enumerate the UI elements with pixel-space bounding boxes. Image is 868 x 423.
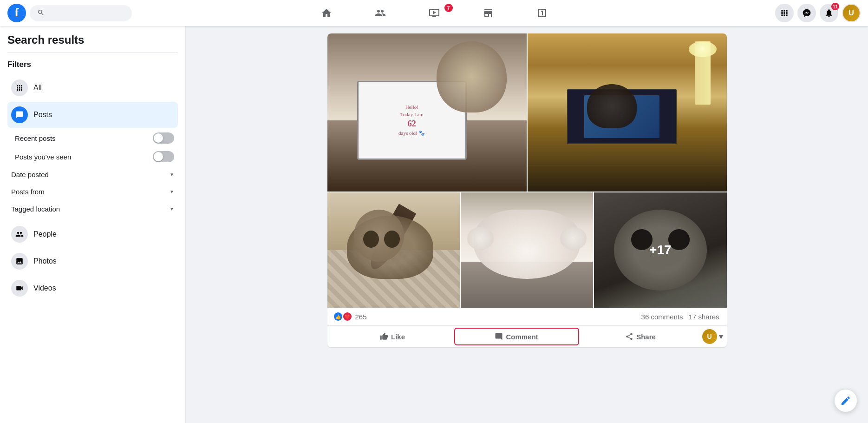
messenger-icon bbox=[802, 8, 811, 18]
photo-more-count: +17 bbox=[649, 243, 672, 258]
menu-button[interactable] bbox=[775, 4, 794, 22]
chevron-down-icon[interactable]: ▾ bbox=[719, 331, 723, 342]
post-card: Hello! Today I am 62 days old! 🐾 bbox=[327, 33, 727, 347]
home-icon bbox=[321, 7, 332, 19]
love-reaction-icon: ❤️ bbox=[343, 312, 352, 321]
like-icon bbox=[380, 332, 388, 341]
friends-nav-button[interactable] bbox=[354, 2, 406, 24]
share-button[interactable]: Share bbox=[579, 329, 702, 344]
filter-posts[interactable]: Posts bbox=[7, 102, 178, 128]
filters-label: Filters bbox=[7, 60, 178, 69]
share-icon bbox=[625, 332, 633, 341]
pages-nav-button[interactable] bbox=[516, 2, 568, 24]
comment-button-label: Comment bbox=[506, 333, 538, 341]
tagged-location-chevron: ▼ bbox=[170, 206, 174, 212]
nav-right: 11 U bbox=[731, 4, 861, 22]
filter-people[interactable]: People bbox=[7, 221, 178, 247]
watch-icon bbox=[429, 7, 440, 19]
posts-from-filter[interactable]: Posts from ▼ bbox=[7, 183, 178, 200]
photo-cell-5[interactable]: +17 bbox=[594, 192, 726, 308]
photo-cell-4[interactable] bbox=[461, 192, 593, 308]
posts-seen-label: Posts you've seen bbox=[15, 153, 71, 161]
sidebar: Search results Filters All Posts Recent … bbox=[0, 26, 186, 423]
messenger-button[interactable] bbox=[797, 4, 816, 22]
fb-logo-letter: f bbox=[15, 7, 19, 19]
tagged-location-label: Tagged location bbox=[11, 205, 60, 213]
recent-posts-toggle[interactable] bbox=[153, 132, 174, 144]
top-navigation: f cat photos 7 bbox=[0, 0, 868, 26]
filter-photos[interactable]: Photos bbox=[7, 248, 178, 274]
photo-cell-1[interactable]: Hello! Today I am 62 days old! 🐾 bbox=[327, 33, 527, 192]
post-stats: 👍 ❤️ 265 36 comments 17 shares bbox=[327, 308, 727, 326]
all-filter-label: All bbox=[33, 84, 42, 92]
sidebar-title: Search results bbox=[7, 33, 178, 46]
filter-all[interactable]: All bbox=[7, 75, 178, 101]
watch-nav-button[interactable]: 7 bbox=[408, 2, 460, 24]
photo-more-overlay[interactable]: +17 bbox=[594, 192, 726, 308]
marketplace-nav-button[interactable] bbox=[462, 2, 514, 24]
search-input[interactable]: cat photos bbox=[48, 9, 123, 17]
post-action-avatar: U bbox=[702, 329, 717, 344]
recent-posts-label: Recent posts bbox=[15, 134, 56, 142]
videos-filter-icon bbox=[11, 280, 28, 297]
posts-from-label: Posts from bbox=[11, 188, 45, 196]
home-nav-button[interactable] bbox=[300, 2, 352, 24]
photo-grid-top: Hello! Today I am 62 days old! 🐾 bbox=[327, 33, 727, 192]
reaction-count: 265 bbox=[355, 313, 367, 321]
comment-button[interactable]: Comment bbox=[454, 328, 579, 345]
notification-badge: 11 bbox=[831, 3, 839, 10]
tagged-location-filter[interactable]: Tagged location ▼ bbox=[7, 200, 178, 218]
videos-icon bbox=[15, 284, 24, 292]
people-icon bbox=[15, 230, 24, 238]
pages-icon bbox=[536, 7, 548, 19]
compose-icon bbox=[840, 395, 851, 406]
posts-filter-icon bbox=[11, 106, 28, 123]
all-filter-icon bbox=[11, 79, 28, 96]
recent-posts-filter[interactable]: Recent posts bbox=[7, 129, 178, 147]
filter-videos[interactable]: Videos bbox=[7, 275, 178, 301]
share-button-label: Share bbox=[636, 333, 656, 341]
page-layout: Search results Filters All Posts Recent … bbox=[0, 26, 868, 423]
photo-cell-3[interactable] bbox=[327, 192, 460, 308]
nav-center: 7 bbox=[137, 2, 731, 24]
date-posted-filter[interactable]: Date posted ▼ bbox=[7, 166, 178, 183]
like-button-label: Like bbox=[391, 333, 405, 341]
photos-filter-icon bbox=[11, 253, 28, 270]
reactions: 👍 ❤️ 265 bbox=[335, 312, 367, 321]
notifications-button[interactable]: 11 bbox=[820, 4, 838, 22]
post-actions: Like Comment Share U ▾ bbox=[327, 326, 727, 347]
photo-cell-2[interactable]: 👤 bbox=[528, 33, 727, 192]
comment-icon bbox=[495, 332, 503, 341]
posts-icon bbox=[15, 111, 24, 119]
friends-icon bbox=[375, 7, 386, 19]
facebook-logo[interactable]: f bbox=[7, 4, 26, 22]
like-reaction-icon: 👍 bbox=[334, 312, 342, 321]
marketplace-icon bbox=[483, 7, 494, 19]
date-posted-chevron: ▼ bbox=[170, 172, 174, 177]
people-filter-icon bbox=[11, 226, 28, 243]
people-filter-label: People bbox=[33, 230, 57, 238]
search-icon bbox=[37, 9, 45, 18]
comments-count: 36 comments bbox=[641, 313, 683, 321]
sidebar-divider bbox=[7, 52, 178, 53]
shares-count: 17 shares bbox=[689, 313, 719, 321]
nav-left: f cat photos bbox=[7, 4, 137, 22]
grid-icon bbox=[780, 8, 789, 18]
post-meta-right: 36 comments 17 shares bbox=[641, 313, 719, 321]
photos-icon bbox=[15, 257, 24, 265]
videos-filter-label: Videos bbox=[33, 284, 56, 292]
posts-seen-filter[interactable]: Posts you've seen bbox=[7, 147, 178, 166]
photo-grid-bottom: +17 bbox=[327, 192, 727, 308]
user-avatar[interactable]: U bbox=[842, 4, 861, 22]
watch-badge: 7 bbox=[444, 4, 453, 12]
date-posted-label: Date posted bbox=[11, 171, 49, 178]
compose-button[interactable] bbox=[835, 390, 857, 412]
like-button[interactable]: Like bbox=[331, 329, 454, 344]
main-content: Hello! Today I am 62 days old! 🐾 bbox=[186, 26, 868, 423]
photos-filter-label: Photos bbox=[33, 257, 57, 265]
bell-icon bbox=[824, 8, 834, 18]
posts-seen-toggle[interactable] bbox=[153, 151, 174, 162]
search-bar[interactable]: cat photos bbox=[30, 5, 132, 21]
grid-small-icon bbox=[15, 84, 24, 92]
comment-avatar-area: U ▾ bbox=[702, 329, 723, 344]
